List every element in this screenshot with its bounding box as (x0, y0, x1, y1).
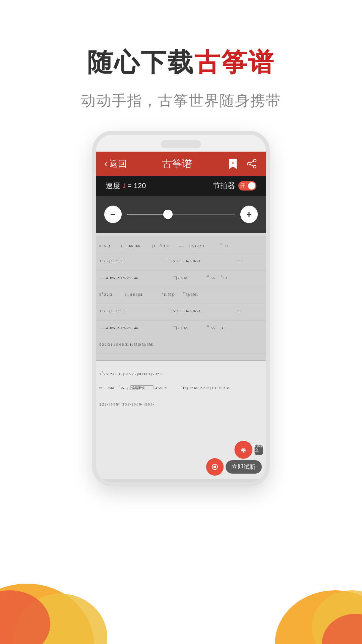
svg-text:1 1i  5i  |  1 i  3 16  5: 1 1i 5i | 1 i 3 16 5 (100, 260, 124, 263)
svg-point-87 (312, 590, 362, 644)
listen-label[interactable]: 立即试听 (226, 460, 262, 474)
svg-text:1 1: 1 1 (224, 244, 229, 248)
svg-text:x: x (122, 292, 124, 295)
sheet-music: 6.165 3 L 5 66 5 66 | 1 2 /2 3 3 ~~~ |5 … (96, 233, 266, 482)
svg-text:x: x (181, 385, 182, 388)
listen-icon[interactable] (206, 458, 224, 476)
svg-point-83 (0, 584, 94, 644)
svg-point-85 (0, 590, 50, 644)
hero-title-highlight: 古筝谱 (194, 48, 275, 76)
svg-text:5 66 5 66: 5 66 5 66 (127, 244, 140, 248)
svg-text:2 2  |3: 2 2 |3 (104, 293, 112, 297)
slider-thumb[interactable] (163, 210, 173, 219)
svg-line-4 (250, 164, 253, 166)
hero-subtitle: 动动手指，古筝世界随身携带 (0, 91, 362, 111)
phone-notch (161, 140, 201, 148)
bookmark-icon[interactable] (227, 158, 239, 170)
svg-text:| 1: | 1 (152, 244, 156, 248)
svg-text:|  5 66 1 i  | 6i  6.165  4.: | 5 66 1 i | 6i 6.165 4. (171, 310, 201, 313)
header-icons (227, 158, 258, 170)
svg-text:L: L (102, 292, 104, 295)
try-listen-section[interactable]: 立即试听 (206, 458, 262, 476)
svg-text:~~~: ~~~ (178, 244, 183, 248)
svg-text:2 2  2×  |  5 5  5×  |  3 3  3: 2 2 2× | 5 5 5× | 3 3 3× | 0 6 0× | 5 5 … (100, 402, 155, 406)
tempo-value: 120 (134, 181, 146, 190)
slider-track[interactable] (127, 214, 235, 215)
svg-text:165: 165 (237, 260, 242, 263)
decorative-blobs (0, 530, 362, 644)
svg-text:~~~  4.  165  | 2.  165  2×  2: ~~~ 4. 165 | 2. 165 2× 2 44 (100, 326, 138, 330)
svg-text:rit: rit (100, 386, 103, 390)
slider-progress (127, 214, 168, 215)
slider-area: − + (96, 196, 266, 233)
svg-text:5||: 3561: 5||: 3561 (186, 293, 198, 297)
toggle-on-label: 开 (240, 183, 245, 189)
phone-screen: ‹ 返回 古筝谱 (96, 135, 266, 482)
svg-text:6.165  3: 6.165 3 (100, 244, 110, 248)
increase-button[interactable]: + (240, 206, 258, 223)
svg-text:11  55  |0: 11 55 |0 (163, 293, 174, 297)
svg-text:煽起渐快: 煽起渐快 (131, 386, 145, 390)
svg-text:/2  3  3: /2 3 3 (160, 244, 168, 248)
svg-text:1×  | 0 6  6×  | 2 2  2×  | 1 : 1× | 0 6 6× | 2 2 2× | 1 1 1× | 3 3× (183, 386, 230, 390)
svg-text:2: 2 (100, 372, 101, 376)
svg-text:3561: 3561 (107, 386, 114, 390)
svg-text:ŝ5: ŝ5 (206, 324, 209, 328)
svg-text:立: 立 (255, 448, 259, 452)
toggle-thumb (248, 182, 255, 190)
svg-text:5  2 2  |3  1 1  |9  6 6  |31 : 5 2 2 |3 1 1 |9 6 6 |31 11 55 |0 5||: 35… (100, 343, 154, 346)
svg-text:25: 25 (183, 292, 185, 295)
tempo-note-icon: ♩ (122, 182, 125, 190)
header-title: 古筝谱 (162, 157, 192, 171)
tempo-equals: = (127, 181, 132, 190)
tempo-bar: 速度 ♩ = 120 节拍器 开 (96, 176, 266, 196)
svg-text:◉: ◉ (241, 447, 246, 453)
svg-text:~~~: ~~~ (167, 309, 171, 312)
back-chevron-icon: ‹ (104, 158, 107, 169)
svg-text:3 3: 3 3 (223, 276, 227, 280)
svg-line-3 (250, 161, 253, 163)
hero-title: 随心下载古筝谱 (0, 47, 362, 77)
svg-point-2 (253, 165, 256, 168)
svg-point-84 (13, 594, 107, 644)
back-label: 返回 (109, 158, 127, 170)
svg-text:55: 55 (212, 276, 215, 280)
svg-text:1 1i  5i  |  1 i  3 16  5: 1 1i 5i | 1 i 3 16 5 (100, 310, 124, 313)
svg-text:L: L (121, 245, 123, 248)
tempo-label: 速度 ♩ = 120 (106, 181, 146, 191)
svg-point-82 (214, 466, 216, 468)
svg-text:~~~  4.  165  | 2.  165  2×  2: ~~~ 4. 165 | 2. 165 2× 2 44 (100, 276, 138, 280)
metronome-section: 节拍器 开 (213, 181, 256, 191)
svg-point-88 (322, 614, 362, 644)
app-header: ‹ 返回 古筝谱 (96, 152, 266, 176)
back-button[interactable]: ‹ 返回 (104, 158, 127, 170)
tempo-text: 速度 (106, 181, 120, 191)
svg-text:2: 2 (119, 385, 121, 388)
svg-text:5: 5 (100, 293, 101, 297)
share-icon[interactable] (246, 158, 258, 170)
svg-text:x: x (162, 292, 163, 295)
svg-text:x: x (220, 243, 222, 246)
metronome-label: 节拍器 (213, 181, 235, 191)
svg-text:即试听: 即试听 (252, 444, 264, 448)
svg-text:4  5×  | 21: 4 5× | 21 (156, 386, 168, 390)
svg-text:165: 165 (237, 310, 242, 313)
svg-point-86 (275, 590, 362, 644)
svg-text:|35  5  66: |35 5 66 (176, 326, 188, 330)
svg-text:ŝ5: ŝ5 (206, 274, 209, 278)
svg-point-1 (247, 162, 250, 165)
svg-text:|35  5  66: |35 5 66 (176, 276, 188, 280)
decrease-button[interactable]: − (104, 206, 122, 223)
svg-text:/5 5 |: /5 5 | (121, 386, 128, 390)
svg-text:3 3: 3 3 (221, 326, 225, 330)
metronome-toggle[interactable]: 开 (238, 181, 256, 191)
hero-title-prefix: 随心下载 (87, 48, 194, 76)
svg-text:0: 0 (221, 274, 222, 278)
phone-container: ‹ 返回 古筝谱 (0, 131, 362, 486)
svg-text:|5 53 2 2  3: |5 53 2 2 3 (189, 244, 204, 248)
svg-text:55: 55 (212, 326, 215, 330)
phone-frame: ‹ 返回 古筝谱 (92, 131, 270, 486)
hero-section: 随心下载古筝谱 动动手指，古筝世界随身携带 (0, 0, 362, 111)
svg-text:5 5  | 2356  3 3  |1235  2 2  : 5 5 | 2356 3 3 |1235 2 2 |0123 1 1 |5612… (103, 372, 162, 376)
svg-text:|  5 66 1 i  | 6i  6.165  4.: | 5 66 1 i | 6i 6.165 4. (171, 260, 201, 263)
